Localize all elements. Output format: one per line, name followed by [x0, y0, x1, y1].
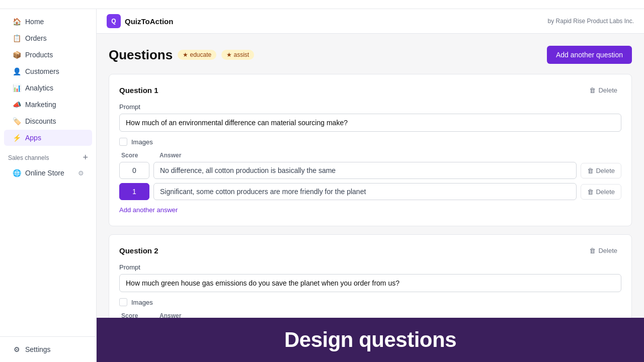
sidebar-item-settings[interactable]: ⚙ Settings	[4, 341, 92, 357]
home-icon: 🏠	[12, 17, 21, 26]
main-layout: 🏠 Home 📋 Orders 📦 Products 👤 Customers 📊…	[0, 9, 644, 362]
app-by-text: by Rapid Rise Product Labs Inc.	[548, 18, 634, 25]
sidebar-item-orders[interactable]: 📋 Orders	[4, 30, 92, 46]
answers-section-q2: Score Answer 🗑 Delete Add another answer	[119, 312, 621, 318]
question-card-q1: Question 1 🗑 Delete Prompt Images Score …	[109, 74, 632, 226]
answer-col-q1: Answer	[159, 152, 181, 159]
images-row-q1: Images	[119, 138, 621, 146]
sidebar-bottom: ⚙ Settings	[0, 336, 96, 358]
sidebar-item-products[interactable]: 📦 Products	[4, 47, 92, 63]
page-content: Questions ★ educate ★ assist Add another…	[97, 34, 644, 318]
discounts-icon: 🏷️	[12, 117, 21, 126]
sidebar: 🏠 Home 📋 Orders 📦 Products 👤 Customers 📊…	[0, 9, 97, 362]
online-store-settings-icon[interactable]: ⚙	[78, 169, 84, 177]
score-col-q1: Score	[119, 152, 159, 159]
answers-header-q2: Score Answer	[119, 312, 621, 318]
products-icon: 📦	[12, 50, 21, 59]
answer-row-q1-a1: 🗑 Delete	[119, 162, 621, 179]
sales-channels-section: Sales channels +	[0, 146, 96, 165]
prompt-label-q2: Prompt	[119, 263, 621, 271]
sidebar-item-online-store[interactable]: 🌐 Online Store ⚙	[4, 165, 92, 180]
sidebar-item-label-customers: Customers	[25, 67, 59, 75]
question-delete-btn-q1[interactable]: 🗑 Delete	[585, 84, 621, 96]
sidebar-item-label-orders: Orders	[25, 34, 47, 42]
app-brand: Q QuizToAction	[107, 14, 173, 28]
bottom-overlay-text: Design questions	[284, 328, 456, 351]
answer-input-q1-a1[interactable]	[153, 162, 577, 179]
answers-section-q1: Score Answer 🗑 Delete 🗑 Delete	[119, 152, 621, 216]
sidebar-item-label-discounts: Discounts	[25, 117, 56, 125]
app-brand-name: QuizToAction	[125, 17, 173, 26]
sidebar-item-discounts[interactable]: 🏷️ Discounts	[4, 113, 92, 129]
settings-label: Settings	[25, 345, 51, 353]
question-title-q2: Question 2	[119, 246, 158, 255]
sidebar-item-label-apps: Apps	[25, 134, 41, 142]
add-question-btn[interactable]: Add another question	[547, 46, 632, 64]
prompt-input-q2[interactable]	[119, 274, 621, 292]
sidebar-item-label-products: Products	[25, 51, 53, 59]
images-row-q2: Images	[119, 298, 621, 306]
prompt-input-q1[interactable]	[119, 114, 621, 132]
question-card-q2: Question 2 🗑 Delete Prompt Images Score …	[109, 234, 632, 318]
badge-educate: ★ educate	[178, 50, 216, 60]
question-header-q1: Question 1 🗑 Delete	[119, 84, 621, 96]
sales-channels-label: Sales channels	[8, 154, 49, 161]
questions-container: Question 1 🗑 Delete Prompt Images Score …	[109, 74, 632, 318]
orders-icon: 📋	[12, 34, 21, 43]
sidebar-item-label-marketing: Marketing	[25, 101, 56, 109]
page-header: Questions ★ educate ★ assist Add another…	[109, 46, 632, 64]
images-label-q1: Images	[131, 138, 153, 146]
trash-icon-q1: 🗑	[589, 247, 596, 254]
answer-delete-btn-q1-a1[interactable]: 🗑 Delete	[581, 163, 621, 178]
question-title-q1: Question 1	[119, 86, 158, 95]
marketing-icon: 📣	[12, 100, 21, 109]
settings-icon: ⚙	[12, 345, 21, 354]
sidebar-item-apps[interactable]: ⚡ Apps	[4, 130, 92, 146]
apps-icon: ⚡	[12, 133, 21, 142]
top-bar	[0, 0, 644, 9]
add-sales-channel-btn[interactable]: +	[83, 152, 88, 163]
sidebar-item-marketing[interactable]: 📣 Marketing	[4, 97, 92, 113]
images-checkbox-q2[interactable]	[119, 298, 127, 306]
add-answer-btn-q1[interactable]: Add another answer	[119, 204, 178, 216]
app-header: Q QuizToAction by Rapid Rise Product Lab…	[97, 9, 644, 34]
page-title-row: Questions ★ educate ★ assist	[109, 47, 254, 63]
question-delete-btn-q2[interactable]: 🗑 Delete	[585, 245, 621, 256]
question-header-q2: Question 2 🗑 Delete	[119, 245, 621, 256]
trash-icon: 🗑	[587, 167, 594, 174]
badge-assist: ★ assist	[221, 50, 254, 60]
sidebar-item-home[interactable]: 🏠 Home	[4, 14, 92, 30]
online-store-label: Online Store	[25, 169, 64, 177]
images-label-q2: Images	[131, 299, 153, 306]
bottom-overlay: Design questions	[97, 318, 644, 362]
sidebar-item-label-analytics: Analytics	[25, 84, 53, 92]
score-input-q1-a1[interactable]	[119, 162, 149, 179]
sidebar-item-label-home: Home	[25, 18, 44, 26]
trash-icon: 🗑	[587, 188, 594, 196]
answer-input-q1-a2[interactable]	[153, 183, 577, 200]
answer-delete-btn-q1-a2[interactable]: 🗑 Delete	[581, 184, 621, 200]
sidebar-item-customers[interactable]: 👤 Customers	[4, 63, 92, 79]
score-col-q2: Score	[119, 312, 159, 318]
page-title: Questions	[109, 47, 173, 63]
answer-col-q2: Answer	[159, 312, 181, 318]
customers-icon: 👤	[12, 67, 21, 76]
answers-header-q1: Score Answer	[119, 152, 621, 159]
analytics-icon: 📊	[12, 83, 21, 93]
svg-text:Q: Q	[111, 18, 116, 25]
sidebar-item-analytics[interactable]: 📊 Analytics	[4, 80, 92, 96]
score-input-q1-a2[interactable]	[119, 183, 149, 200]
online-store-icon: 🌐	[12, 168, 21, 177]
trash-icon-q0: 🗑	[589, 86, 596, 94]
answer-row-q1-a2: 🗑 Delete	[119, 183, 621, 200]
content-area: Q QuizToAction by Rapid Rise Product Lab…	[97, 9, 644, 362]
prompt-label-q1: Prompt	[119, 103, 621, 111]
app-brand-icon: Q	[107, 14, 121, 28]
images-checkbox-q1[interactable]	[119, 138, 127, 146]
